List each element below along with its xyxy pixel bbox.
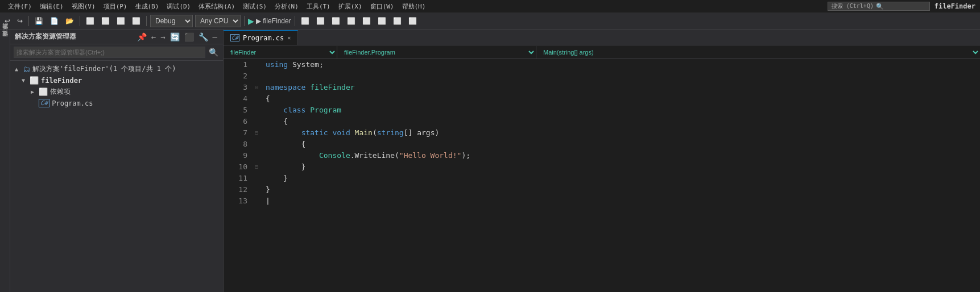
code-editor: 1 2 3 4 5 6 7 8 9 10 11 12 13 ⊟ ⊟ ⊟ (224, 59, 980, 292)
line-num-10: 10 (228, 161, 247, 173)
line-num-13: 13 (228, 195, 247, 207)
toolbar-sep-3 (146, 16, 147, 26)
line-num-3: 3 (228, 82, 247, 93)
sidebar-search-input[interactable] (16, 49, 202, 56)
menu-extensions[interactable]: 扩展(X) (335, 1, 366, 12)
toolbar-sep-1 (28, 16, 29, 26)
line-num-2: 2 (228, 70, 247, 82)
sidebar-close[interactable]: — (212, 32, 218, 41)
toolbar-btn-3[interactable]: ⬜ (114, 16, 127, 26)
code-nav-bar: fileFinder fileFinder.Program Main(strin… (224, 45, 980, 59)
undo-button[interactable]: ↩ (2, 16, 13, 26)
toolbar-nav3[interactable]: ⬜ (406, 16, 419, 26)
tab-close-button[interactable]: ✕ (287, 35, 291, 41)
program-cs-node[interactable]: ▶ C# Program.cs (10, 98, 223, 109)
project-node[interactable]: ▼ ⬜ fileFinder (10, 75, 223, 86)
program-cs-label: Program.cs (52, 99, 93, 107)
code-line-5: class Program (266, 105, 975, 116)
collapse-gutter: ⊟ ⊟ ⊟ (252, 59, 261, 292)
code-line-8: { (266, 139, 975, 150)
editor-tab-bar: C# Program.cs ✕ (224, 30, 980, 45)
toolbar-btn-2[interactable]: ⬜ (99, 16, 112, 26)
redo-button[interactable]: ↪ (15, 16, 25, 26)
code-line-11: } (266, 173, 975, 184)
title-bar: 文件(F) 编辑(E) 视图(V) 项目(P) 生成(B) 调试(D) 体系结构… (0, 0, 980, 12)
toolbar-attach[interactable]: ⬜ (299, 16, 312, 26)
menu-test[interactable]: 测试(S) (239, 1, 270, 12)
config-dropdown[interactable]: Debug Release (150, 15, 193, 27)
menu-help[interactable]: 帮助(H) (399, 1, 429, 12)
nav-namespace-dropdown[interactable]: fileFinder (224, 46, 337, 59)
dependencies-icon: ⬜ (39, 87, 48, 96)
sidebar-header-icons: 📌 ← → 🔄 ⬛ 🔧 — (136, 32, 218, 41)
sidebar-collapse-all[interactable]: ⬛ (183, 32, 195, 41)
toolbar-perf[interactable]: ⬜ (314, 16, 327, 26)
line-num-1: 1 (228, 59, 247, 70)
search-box[interactable]: 搜索 (Ctrl+Q) 🔍 (828, 2, 930, 11)
toolbar-mem[interactable]: ⬜ (329, 16, 342, 26)
project-label: fileFinder (41, 77, 82, 85)
code-line-2 (266, 70, 975, 82)
menu-arch[interactable]: 体系结构(A) (195, 1, 238, 12)
solution-expand-arrow: ▲ (15, 66, 23, 72)
toolbar-cpu[interactable]: ⬜ (345, 16, 358, 26)
project-expand-arrow: ▼ (22, 77, 30, 84)
toolbar-nav1[interactable]: ⬜ (375, 16, 388, 26)
play-icon: ▶ (248, 16, 254, 26)
menu-view[interactable]: 视图(V) (68, 1, 99, 12)
code-content[interactable]: using System; namespace fileFinder { cla… (261, 59, 980, 292)
sidebar-nav-fwd[interactable]: → (159, 32, 166, 41)
left-tab-solution[interactable]: 解决方案 (0, 31, 10, 37)
sidebar-refresh[interactable]: 🔄 (169, 32, 181, 41)
menu-build[interactable]: 生成(B) (132, 1, 163, 12)
nav-class-dropdown[interactable]: fileFinder.Program (337, 46, 536, 59)
collapse-method-btn[interactable]: ⊟ (252, 161, 261, 173)
platform-dropdown[interactable]: Any CPU x86 x64 (195, 15, 241, 27)
toolbar-sep-5 (295, 16, 295, 26)
dependencies-arrow: ▶ (31, 89, 39, 95)
code-line-1: using System; (266, 59, 975, 70)
toolbar-nav2[interactable]: ⬜ (391, 16, 404, 26)
main-layout: 解决方案 资源管理 解决方案资源管理器 📌 ← → 🔄 ⬛ 🔧 — 🔍 (0, 30, 980, 292)
menu-file[interactable]: 文件(F) (5, 1, 35, 12)
toolbar-btn-1[interactable]: ⬜ (84, 16, 97, 26)
tab-program-cs[interactable]: C# Program.cs ✕ (224, 30, 298, 45)
toolbar-bp[interactable]: ⬜ (360, 16, 373, 26)
menu-debug[interactable]: 调试(D) (163, 1, 194, 12)
code-line-12: } (266, 184, 975, 195)
sidebar-properties[interactable]: 🔧 (197, 32, 209, 41)
menu-edit[interactable]: 编辑(E) (36, 1, 67, 12)
tab-icon: C# (230, 34, 239, 41)
nav-method-dropdown[interactable]: Main(string[] args) (536, 46, 980, 59)
program-cs-arrow: ▶ (31, 100, 39, 106)
save-button[interactable]: 💾 (32, 16, 46, 26)
left-tab-resources[interactable]: 资源管理 (0, 37, 10, 44)
solution-node[interactable]: ▲ 🗂 解决方案'fileFinder'(1 个项目/共 1 个) (10, 63, 223, 75)
sidebar-pin-icon[interactable]: 📌 (136, 32, 148, 41)
sidebar-nav-back[interactable]: ← (150, 32, 157, 41)
sidebar-title: 解决方案资源管理器 (15, 32, 76, 41)
tab-label: Program.cs (243, 34, 284, 42)
collapse-namespace-btn[interactable]: ⊟ (252, 82, 261, 93)
dependencies-node[interactable]: ▶ ⬜ 依赖项 (10, 86, 223, 98)
code-line-13: | (266, 195, 975, 207)
menu-analyze[interactable]: 分析(N) (271, 1, 302, 12)
run-label: ▶ fileFinder (256, 17, 291, 25)
menu-tools[interactable]: 工具(T) (303, 1, 334, 12)
sidebar-content: ▲ 🗂 解决方案'fileFinder'(1 个项目/共 1 个) ▼ ⬜ fi… (10, 61, 223, 111)
sidebar-search-field[interactable] (14, 47, 205, 58)
run-button[interactable]: ▶ ▶ fileFinder (248, 16, 291, 26)
line-num-11: 11 (228, 173, 247, 184)
solution-label: 解决方案'fileFinder'(1 个项目/共 1 个) (32, 64, 176, 74)
code-line-4: { (266, 93, 975, 105)
open-button[interactable]: 📂 (63, 16, 76, 26)
sidebar-search-icon[interactable]: 🔍 (208, 48, 220, 57)
line-num-8: 8 (228, 139, 247, 150)
toolbar-btn-4[interactable]: ⬜ (130, 16, 143, 26)
menu-project[interactable]: 项目(P) (100, 1, 131, 12)
collapse-class-btn[interactable]: ⊟ (252, 127, 261, 139)
menu-window[interactable]: 窗口(W) (367, 1, 398, 12)
editor-area: C# Program.cs ✕ fileFinder fileFinder.Pr… (224, 30, 980, 292)
new-file-button[interactable]: 📄 (48, 16, 61, 26)
code-line-3: namespace fileFinder (266, 82, 975, 93)
